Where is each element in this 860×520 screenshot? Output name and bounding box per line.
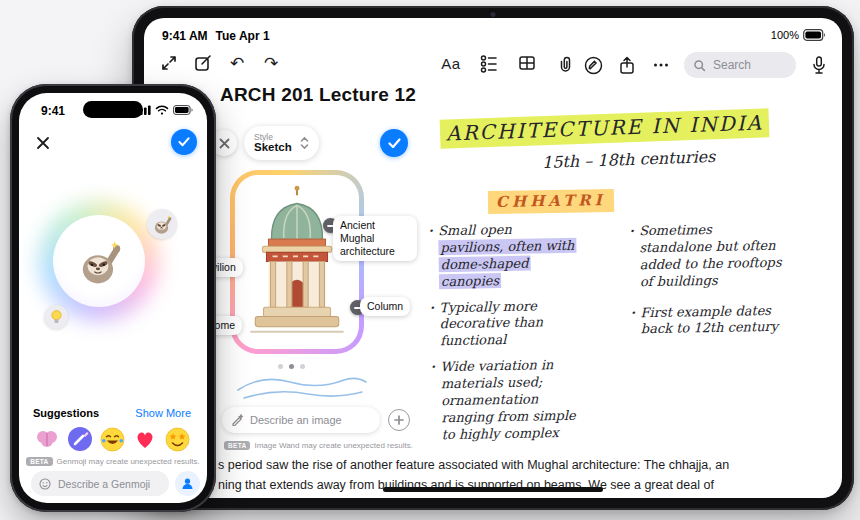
toolbar-right-group [582, 52, 830, 78]
ipad-status-time: 9:41 AM [162, 29, 208, 43]
table-icon[interactable] [516, 52, 538, 74]
iphone-status-time: 9:41 [41, 104, 65, 118]
checklist-icon[interactable] [478, 52, 500, 74]
bullet-small-open-pavilions: Small open pavilions, often with dome-sh… [428, 221, 581, 291]
markup-pen-icon[interactable] [582, 54, 604, 76]
image-wand-accept-button[interactable] [380, 129, 408, 157]
iphone-device: 9:41 [10, 84, 216, 512]
genmoji-accept-button[interactable] [171, 129, 197, 155]
style-value: Sketch [254, 141, 292, 153]
suggestions-label: Suggestions [33, 407, 99, 419]
iphone-battery-icon [173, 105, 193, 115]
generated-pavilion-image [235, 175, 359, 349]
sparkle-pencil-icon [231, 414, 243, 426]
search-field[interactable] [684, 52, 796, 78]
redo-icon[interactable]: ↷ [260, 52, 282, 74]
image-variant-dots[interactable] [278, 364, 305, 369]
iphone-screen: 9:41 [19, 93, 207, 503]
beta-badge: BETA [26, 457, 52, 466]
ipad-front-camera [491, 12, 496, 17]
image-wand-beta-note: BETA Image Wand may create unexpected re… [224, 441, 413, 450]
suggestions-header: Suggestions Show More [33, 407, 191, 419]
mini-sloth-emoji [147, 209, 177, 239]
paintbrush-emoji[interactable] [66, 425, 94, 453]
more-ellipsis-icon[interactable] [650, 54, 672, 76]
iphone-status-icons [136, 105, 193, 115]
genmoji-preview [49, 211, 149, 311]
person-avatar-button[interactable] [175, 471, 200, 496]
genmoji-face-icon [39, 478, 51, 490]
collapse-arrows-icon[interactable] [158, 52, 180, 74]
tag-column[interactable]: Column [360, 297, 410, 316]
genmoji-close-button[interactable] [33, 133, 53, 153]
describe-image-input[interactable] [248, 413, 372, 427]
chevron-up-down-icon [300, 136, 309, 150]
note-body-line1: s period saw the rise of another feature… [218, 455, 818, 475]
ipad-screen: 9:41 AM Tue Apr 1 100% ↶ ↷ Aa [144, 18, 842, 498]
toolbar-left-group: ↶ ↷ [158, 52, 282, 74]
style-picker[interactable]: Style Sketch [244, 126, 319, 160]
beta-text: Genmoji may create unexpected results. [57, 457, 200, 466]
cellular-signal-icon [136, 105, 151, 115]
ipad-status-bar-left: 9:41 AM Tue Apr 1 [162, 29, 270, 43]
bullet-materials: Wide variation in materials used; orname… [430, 357, 583, 444]
note-title: ARCH 201 Lecture 12 [220, 84, 416, 106]
describe-genmoji-input[interactable] [56, 477, 160, 491]
red-heart-emoji[interactable] [131, 425, 159, 453]
laughing-tears-emoji[interactable] [98, 425, 126, 453]
pencil-sketch-scribble [232, 370, 372, 404]
show-more-link[interactable]: Show More [135, 407, 191, 419]
emoji-suggestions-row [33, 425, 191, 453]
wifi-icon [155, 105, 169, 115]
handwritten-section-title: CHHATRI [488, 191, 614, 211]
beta-text: Image Wand may create unexpected results… [254, 441, 412, 450]
handwritten-subheading: 15th – 18th centuries [542, 147, 716, 172]
bullet-first-example: First example dates back to 12th century [630, 302, 789, 339]
handwritten-right-column: Sometimes standalone but often added to … [629, 221, 789, 348]
ipad-home-indicator[interactable] [383, 487, 603, 492]
microphone-icon[interactable] [808, 54, 830, 76]
describe-genmoji-field[interactable] [31, 471, 169, 496]
battery-percent: 100% [771, 29, 799, 41]
describe-image-field[interactable] [222, 407, 380, 433]
handwritten-left-column: Small open pavilions, often with dome-sh… [428, 221, 584, 453]
generated-image-frame[interactable] [230, 170, 364, 354]
compose-icon[interactable] [192, 52, 214, 74]
brain-emoji[interactable] [33, 425, 61, 453]
toolbar-center-group: Aa [440, 52, 576, 74]
bullet-standalone: Sometimes standalone but often added to … [629, 221, 788, 291]
tag-ancient-mughal-architecture[interactable]: Ancient Mughal architecture [333, 216, 417, 261]
sloth-genmoji [74, 236, 124, 286]
text-format-icon[interactable]: Aa [440, 52, 462, 74]
undo-icon[interactable]: ↶ [226, 52, 248, 74]
search-input[interactable] [711, 57, 785, 73]
handwritten-heading: ARCHITECTURE IN INDIA [440, 110, 770, 145]
star-struck-emoji[interactable] [163, 425, 191, 453]
add-image-button[interactable] [388, 409, 410, 431]
beta-badge: BETA [224, 441, 250, 450]
ipad-status-date: Tue Apr 1 [216, 29, 270, 43]
lightbulb-emoji [44, 305, 68, 329]
bullet-decorative: Typically more decorative than functiona… [429, 297, 582, 350]
share-icon[interactable] [616, 54, 638, 76]
search-icon [693, 59, 706, 72]
dynamic-island [83, 101, 143, 118]
battery-icon [803, 29, 826, 41]
ipad-status-bar-right: 100% [771, 29, 826, 41]
style-label: Style [254, 133, 292, 142]
attachment-paperclip-icon[interactable] [554, 52, 576, 74]
ipad-device: 9:41 AM Tue Apr 1 100% ↶ ↷ Aa [132, 6, 854, 510]
note-body-line2: ning that extends away from buildings an… [218, 475, 818, 495]
genmoji-beta-note: BETA Genmoji may create unexpected resul… [19, 457, 207, 466]
